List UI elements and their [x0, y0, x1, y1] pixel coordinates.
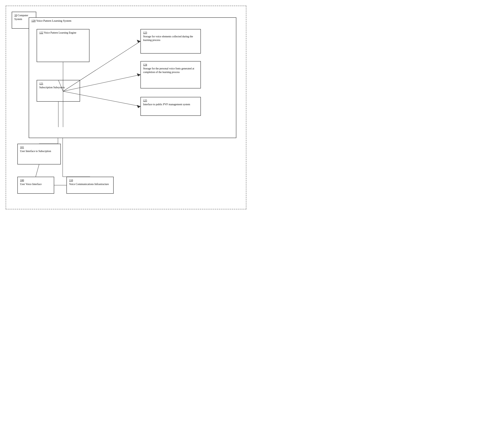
box-125-label: Interface to public PVF management syste… — [143, 103, 190, 106]
box-125-id: 125 — [143, 99, 147, 102]
box-110-id: 110 — [69, 179, 73, 182]
box-10-id: 10 — [14, 14, 17, 17]
box-122-label: Voice Pattern Learning Engine — [44, 31, 76, 34]
box-123: 123 Storage for voice elements collected… — [140, 29, 201, 53]
box-100: 100 User Voice Interface — [17, 177, 54, 194]
svg-marker-5 — [137, 74, 140, 76]
box-110: 110 Voice Communications Infrastructure — [66, 177, 114, 194]
diagram-outer-border: 10 Computer System 120 Voice Pattern Lea… — [6, 6, 246, 209]
box-120-text: Voice Pattern Learning System — [36, 19, 71, 22]
box-125: 125 Interface to public PVF management s… — [140, 97, 201, 116]
box-123-label: Storage for voice elements collected dur… — [143, 35, 193, 42]
box-124-id: 124 — [143, 63, 147, 66]
box-101: 101 User Interface to Subscrption — [17, 144, 61, 165]
box-124: 124 Storage for the personal voice fonts… — [140, 61, 201, 88]
box-110-label: Voice Communications Infrastructure — [69, 183, 109, 185]
box-121: 121 Subscription Subsystem — [37, 80, 80, 102]
box-124-label: Storage for the personal voice fonts gen… — [143, 67, 194, 74]
box-121-id: 121 — [39, 82, 43, 85]
box-121-label: Subscription Subsystem — [39, 86, 65, 89]
box-122-id: 122 — [39, 31, 43, 34]
svg-marker-7 — [137, 105, 140, 108]
box-100-id: 100 — [20, 179, 24, 182]
box-120: 120 Voice Pattern Learning System 122 Vo… — [29, 17, 236, 138]
box-100-label: User Voice Interface — [20, 183, 42, 185]
box-120-label: 120 Voice Pattern Learning System — [31, 19, 71, 22]
svg-marker-3 — [137, 40, 140, 43]
box-123-id: 123 — [143, 31, 147, 34]
box-122: 122 Voice Pattern Learning Engine — [37, 29, 90, 62]
svg-line-12 — [36, 165, 39, 177]
box-120-id: 120 — [31, 19, 36, 22]
box-101-label: User Interface to Subscrption — [20, 150, 51, 153]
box-101-id: 101 — [20, 146, 24, 149]
